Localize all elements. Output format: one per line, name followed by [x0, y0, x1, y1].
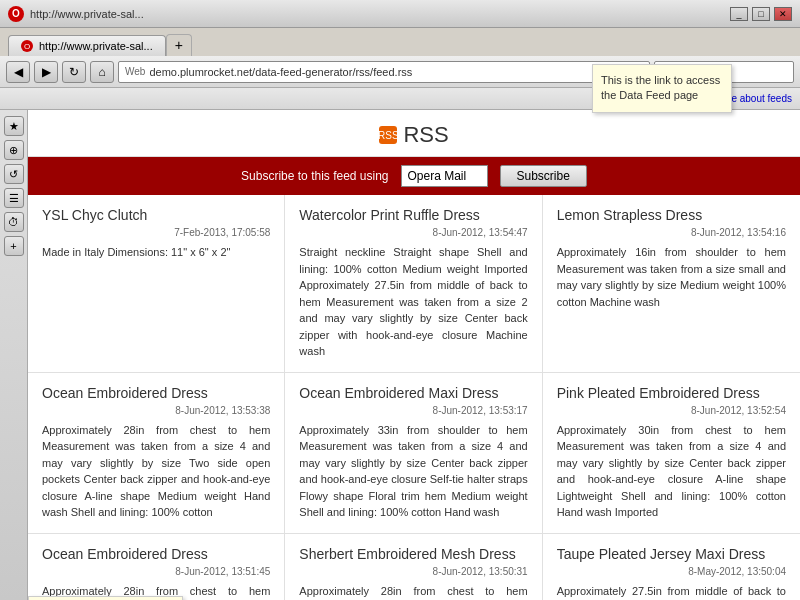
- sidebar-clock-icon[interactable]: ⏱: [4, 212, 24, 232]
- rss-header: RSS RSS: [28, 110, 800, 157]
- product-name-6: Pink Pleated Embroidered Dress: [557, 385, 786, 401]
- sidebar-mail-icon[interactable]: ☰: [4, 188, 24, 208]
- subscribe-label: Subscribe to this feed using: [241, 169, 388, 183]
- rss-title-container: RSS RSS: [28, 122, 800, 148]
- sidebar-plus-icon[interactable]: +: [4, 236, 24, 256]
- tooltip-box: This is the link to access the Data Feed…: [592, 64, 732, 113]
- product-desc-6: Approximately 30in from chest to hem Mea…: [557, 422, 786, 521]
- product-item-1: YSL Chyc Clutch 7-Feb-2013, 17:05:58 Mad…: [28, 195, 285, 373]
- window-title: http://www.private-sal...: [30, 8, 144, 20]
- close-button[interactable]: ✕: [774, 7, 792, 21]
- product-grid: YSL Chyc Clutch 7-Feb-2013, 17:05:58 Mad…: [28, 195, 800, 600]
- product-desc-2: Straight neckline Straight shape Shell a…: [299, 244, 527, 360]
- product-item-3: Lemon Strapless Dress 8-Jun-2012, 13:54:…: [543, 195, 800, 373]
- product-date-8: 8-Jun-2012, 13:50:31: [299, 566, 527, 577]
- new-tab-button[interactable]: +: [166, 34, 192, 56]
- active-tab[interactable]: O http://www.private-sal...: [8, 35, 166, 56]
- page-content: RSS RSS Subscribe to this feed using Ope…: [28, 110, 800, 600]
- product-desc-5: Approximately 33in from shoulder to hem …: [299, 422, 527, 521]
- subscribe-select[interactable]: Opera Mail: [401, 165, 488, 187]
- product-desc-3: Approximately 16in from shoulder to hem …: [557, 244, 786, 310]
- tab-label: http://www.private-sal...: [39, 40, 153, 52]
- tooltip-text: This is the link to access the Data Feed…: [601, 74, 720, 101]
- product-desc-9: Approximately 27.5in from middle of back…: [557, 583, 786, 601]
- nav-bar: ◀ ▶ ↻ ⌂ Web demo.plumrocket.net/data-fee…: [0, 56, 800, 88]
- product-date-4: 8-Jun-2012, 13:53:38: [42, 405, 270, 416]
- sidebar-bookmarks-icon[interactable]: ★: [4, 116, 24, 136]
- back-button[interactable]: ◀: [6, 61, 30, 83]
- product-name-9: Taupe Pleated Jersey Maxi Dress: [557, 546, 786, 562]
- subscribe-button[interactable]: Subscribe: [500, 165, 587, 187]
- product-name-2: Watercolor Print Ruffle Dress: [299, 207, 527, 223]
- xml-note-box: The xml structure created by means of Ma…: [28, 596, 183, 600]
- browser-chrome: O http://www.private-sal... _ □ ✕ O http…: [0, 0, 800, 110]
- product-name-4: Ocean Embroidered Dress: [42, 385, 270, 401]
- product-item-9: Taupe Pleated Jersey Maxi Dress 8-May-20…: [543, 534, 800, 601]
- rss-title-text: RSS: [403, 122, 448, 148]
- address-prefix: Web: [125, 66, 145, 77]
- product-desc-1: Made in Italy Dimensions: 11" x 6" x 2": [42, 244, 270, 261]
- maximize-button[interactable]: □: [752, 7, 770, 21]
- sidebar-speed-dial-icon[interactable]: ⊕: [4, 140, 24, 160]
- product-name-8: Sherbert Embroidered Mesh Dress: [299, 546, 527, 562]
- window-controls: _ □ ✕: [730, 7, 792, 21]
- product-name-5: Ocean Embroidered Maxi Dress: [299, 385, 527, 401]
- product-item-5: Ocean Embroidered Maxi Dress 8-Jun-2012,…: [285, 373, 542, 534]
- sidebar: ★ ⊕ ↺ ☰ ⏱ +: [0, 110, 28, 600]
- product-date-9: 8-May-2012, 13:50:04: [557, 566, 786, 577]
- forward-button[interactable]: ▶: [34, 61, 58, 83]
- product-date-5: 8-Jun-2012, 13:53:17: [299, 405, 527, 416]
- product-name-7: Ocean Embroidered Dress: [42, 546, 270, 562]
- tab-bar: O http://www.private-sal... +: [0, 28, 800, 56]
- product-desc-8: Approximately 28in from chest to hem Mea…: [299, 583, 527, 601]
- product-name-3: Lemon Strapless Dress: [557, 207, 786, 223]
- product-date-3: 8-Jun-2012, 13:54:16: [557, 227, 786, 238]
- sidebar-history-icon[interactable]: ↺: [4, 164, 24, 184]
- home-button[interactable]: ⌂: [90, 61, 114, 83]
- product-desc-4: Approximately 28in from chest to hem Mea…: [42, 422, 270, 521]
- minimize-button[interactable]: _: [730, 7, 748, 21]
- address-text: demo.plumrocket.net/data-feed-generator/…: [149, 66, 643, 78]
- opera-logo: O: [8, 6, 24, 22]
- browser-body: ★ ⊕ ↺ ☰ ⏱ + RSS RSS Subscribe to this fe…: [0, 110, 800, 600]
- product-date-2: 8-Jun-2012, 13:54:47: [299, 227, 527, 238]
- product-item-8: Sherbert Embroidered Mesh Dress 8-Jun-20…: [285, 534, 542, 601]
- address-bar[interactable]: Web demo.plumrocket.net/data-feed-genera…: [118, 61, 650, 83]
- product-date-6: 8-Jun-2012, 13:52:54: [557, 405, 786, 416]
- title-bar: O http://www.private-sal... _ □ ✕: [0, 0, 800, 28]
- product-item-7: The xml structure created by means of Ma…: [28, 534, 285, 601]
- product-item-6: Pink Pleated Embroidered Dress 8-Jun-201…: [543, 373, 800, 534]
- product-item-2: Watercolor Print Ruffle Dress 8-Jun-2012…: [285, 195, 542, 373]
- rss-icon: RSS: [379, 126, 397, 144]
- subscribe-bar: Subscribe to this feed using Opera Mail …: [28, 157, 800, 195]
- tab-favicon: O: [21, 40, 33, 52]
- product-name-1: YSL Chyc Clutch: [42, 207, 270, 223]
- product-date-1: 7-Feb-2013, 17:05:58: [42, 227, 270, 238]
- reload-button[interactable]: ↻: [62, 61, 86, 83]
- product-date-7: 8-Jun-2012, 13:51:45: [42, 566, 270, 577]
- product-item-4: Ocean Embroidered Dress 8-Jun-2012, 13:5…: [28, 373, 285, 534]
